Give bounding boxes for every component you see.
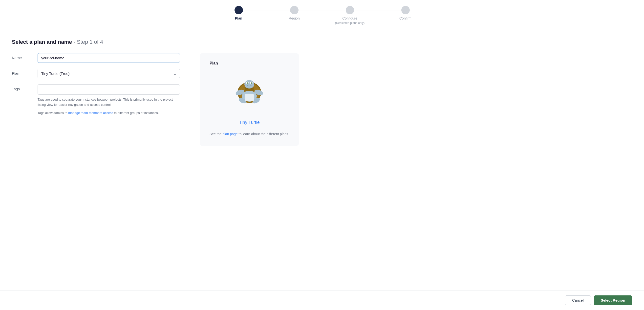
step-configure-label: Configure (342, 16, 357, 20)
tags-input[interactable] (38, 84, 180, 95)
main-content: Select a plan and name - Step 1 of 4 Nam… (0, 29, 644, 290)
step-configure-sublabel: (Dedicated plans only) (335, 21, 364, 25)
footer: Cancel Select Region (0, 290, 644, 310)
turtle-name: Tiny Turtle (239, 120, 260, 125)
tags-label: Tags (12, 84, 32, 91)
plan-page-info: See the plan page to learn about the dif… (210, 132, 289, 136)
name-input-area (38, 53, 180, 63)
tags-row: Tags Tags are used to separate your inst… (12, 84, 180, 115)
step-region-circle (290, 6, 298, 14)
select-region-button[interactable]: Select Region (594, 296, 632, 305)
form-left: Name Plan Tiny Turtle (Free) Small Fry M… (12, 53, 180, 121)
plan-row: Plan Tiny Turtle (Free) Small Fry Medium… (12, 69, 180, 78)
manage-access-link[interactable]: manage team members access (68, 111, 113, 115)
svg-point-15 (247, 82, 248, 82)
svg-point-8 (244, 80, 254, 88)
step-region: Region (266, 6, 322, 20)
step-configure: Configure (Dedicated plans only) (322, 6, 378, 25)
tags-input-area: Tags are used to separate your instances… (38, 84, 180, 115)
plan-page-link[interactable]: plan page (222, 132, 238, 136)
form-area: Name Plan Tiny Turtle (Free) Small Fry M… (12, 53, 632, 146)
page-title: Select a plan and name - Step 1 of 4 (12, 39, 632, 45)
turtle-illustration (227, 72, 272, 116)
tags-help-text: Tags are used to separate your instances… (38, 97, 180, 108)
step-region-label: Region (289, 16, 300, 20)
step-confirm: Confirm (378, 6, 433, 20)
plan-panel: Plan (200, 53, 299, 146)
step-plan-label: Plan (235, 16, 242, 20)
name-row: Name (12, 53, 180, 63)
tags-help-link-text: Tags allow admins to manage team members… (38, 111, 180, 115)
name-input[interactable] (38, 53, 180, 63)
cancel-button[interactable]: Cancel (565, 296, 591, 305)
svg-rect-21 (245, 94, 254, 101)
step-configure-circle (346, 6, 354, 14)
step-plan: Plan (211, 6, 266, 20)
turtle-svg (230, 74, 269, 114)
step-indicator: - Step 1 of 4 (74, 39, 103, 45)
step-confirm-circle (401, 6, 410, 14)
plan-select-wrapper: Tiny Turtle (Free) Small Fry Medium Tier… (38, 69, 180, 78)
step-plan-circle (234, 6, 243, 14)
plan-label: Plan (12, 69, 32, 76)
panel-title: Plan (210, 61, 218, 66)
name-label: Name (12, 53, 32, 60)
plan-input-area: Tiny Turtle (Free) Small Fry Medium Tier… (38, 69, 180, 78)
svg-point-16 (251, 82, 252, 82)
step-confirm-label: Confirm (399, 16, 412, 20)
stepper: Plan Region Configure (Dedicated plans o… (0, 0, 644, 29)
plan-select[interactable]: Tiny Turtle (Free) Small Fry Medium Tier… (38, 69, 180, 78)
